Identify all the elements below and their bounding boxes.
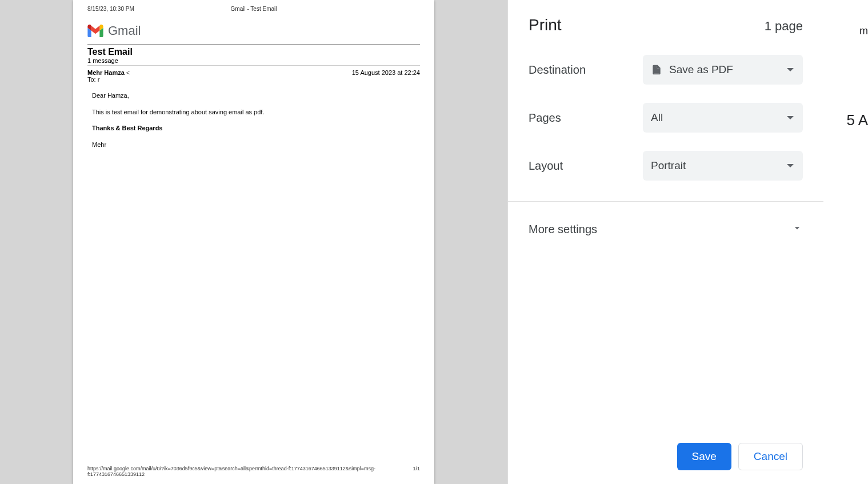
layout-value: Portrait — [651, 159, 686, 172]
bg-line-1: m — [822, 25, 868, 37]
preview-page: 8/15/23, 10:30 PM Gmail - Test Email Gma… — [73, 0, 434, 484]
bg-line-2: 5 A — [822, 111, 868, 129]
page-header-left: 8/15/23, 10:30 PM — [87, 6, 134, 12]
print-preview-area: 8/15/23, 10:30 PM Gmail - Test Email Gma… — [0, 0, 507, 484]
gmail-header-row: Gmail — [87, 23, 420, 45]
gmail-icon — [87, 25, 103, 37]
more-settings-label: More settings — [529, 223, 597, 236]
to-row: To: r — [87, 76, 420, 83]
footer-url: https://mail.google.com/mail/u/0/?ik=703… — [87, 466, 413, 477]
footer-page-number: 1/1 — [413, 466, 420, 477]
panel-header: Print 1 page — [529, 16, 803, 34]
email-date: 15 August 2023 at 22:24 — [352, 69, 420, 76]
panel-title: Print — [529, 16, 562, 34]
layout-label: Layout — [529, 159, 643, 173]
email-body: Dear Hamza, This is test email for demon… — [87, 91, 420, 149]
document-icon — [651, 63, 662, 77]
panel-footer: Save Cancel — [529, 443, 803, 470]
print-panel: Print 1 page Destination Save as PDF Pag… — [507, 0, 823, 484]
email-subject: Test Email — [87, 47, 420, 57]
pages-row: Pages All — [529, 103, 803, 133]
message-count: 1 message — [87, 57, 420, 64]
save-button[interactable]: Save — [677, 443, 731, 470]
layout-select[interactable]: Portrait — [643, 151, 803, 181]
pages-select[interactable]: All — [643, 103, 803, 133]
pages-value: All — [651, 111, 663, 124]
destination-label: Destination — [529, 63, 643, 77]
layout-row: Layout Portrait — [529, 151, 803, 181]
gmail-logo-text: Gmail — [108, 23, 141, 38]
body-signature: Mehr — [92, 140, 420, 150]
chevron-down-icon — [791, 222, 803, 236]
destination-value: Save as PDF — [669, 63, 733, 76]
subject-row: Test Email 1 message — [87, 47, 420, 66]
page-footer: https://mail.google.com/mail/u/0/?ik=703… — [87, 466, 420, 477]
destination-select[interactable]: Save as PDF — [643, 55, 803, 85]
page-header-center: Gmail - Test Email — [231, 6, 277, 12]
divider — [508, 201, 823, 202]
page-count: 1 page — [765, 19, 803, 34]
gmail-logo: Gmail — [87, 23, 141, 38]
body-regards: Thanks & Best Regards — [92, 123, 420, 133]
body-text: This is test email for demonstrating abo… — [92, 107, 420, 117]
page-header: 8/15/23, 10:30 PM Gmail - Test Email — [87, 6, 420, 12]
pages-label: Pages — [529, 111, 643, 125]
destination-row: Destination Save as PDF — [529, 55, 803, 85]
chevron-down-icon — [787, 68, 794, 71]
sender-row: Mehr Hamza < 15 August 2023 at 22:24 — [87, 69, 420, 76]
sender-email: < — [126, 69, 130, 76]
chevron-down-icon — [787, 164, 794, 167]
sender-block: Mehr Hamza < — [87, 69, 130, 76]
background-peek: m 5 A — [822, 0, 868, 484]
sender-name: Mehr Hamza — [87, 69, 125, 76]
chevron-down-icon — [787, 116, 794, 119]
cancel-button[interactable]: Cancel — [738, 443, 803, 470]
body-greeting: Dear Hamza, — [92, 91, 420, 101]
more-settings-toggle[interactable]: More settings — [529, 218, 803, 241]
